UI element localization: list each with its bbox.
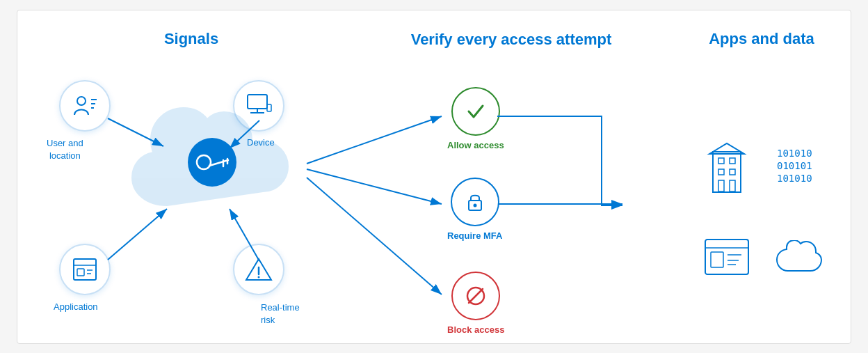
svg-point-0 [77,97,86,105]
allow-access-label: Allow access [447,140,504,150]
require-mfa-label: Require MFA [447,230,502,241]
svg-rect-31 [730,180,735,191]
svg-line-47 [307,116,442,164]
svg-text:101010: 101010 [777,148,812,159]
block-access-circle [451,272,500,320]
user-location-label: User andlocation [47,137,83,162]
svg-rect-26 [718,158,724,164]
svg-rect-30 [718,180,724,191]
svg-text:010101: 010101 [777,160,812,171]
svg-rect-29 [730,169,735,175]
building-icon [706,141,748,200]
cloud-key [125,101,306,226]
cloud-storage-icon [775,240,824,281]
app-window-icon [702,237,751,281]
application-circle [59,244,111,295]
svg-text:101010: 101010 [777,173,812,184]
svg-rect-38 [711,252,723,267]
block-access-label: Block access [447,324,504,335]
svg-rect-25 [713,152,741,192]
require-mfa-item: Require MFA [447,178,502,241]
svg-point-22 [473,203,476,207]
svg-line-24 [469,289,483,303]
data-bits-icon: 101010 010101 101010 [775,141,824,200]
title-apps: Apps and data [685,30,838,48]
require-mfa-circle [451,178,499,226]
allow-access-item: Allow access [447,87,504,150]
svg-rect-10 [77,269,84,276]
svg-point-16 [188,138,236,187]
user-location-circle [59,80,111,132]
title-verify: Verify every access attempt [407,30,616,50]
svg-rect-28 [718,169,724,175]
application-label: Application [54,301,98,312]
svg-line-48 [307,169,442,204]
allow-access-circle [451,87,500,136]
realtime-risk-circle [233,244,284,295]
svg-rect-36 [705,240,748,274]
svg-line-49 [307,178,442,295]
realtime-risk-label: Real-timerisk [261,301,300,327]
svg-point-15 [258,276,260,278]
block-access-item: Block access [447,272,504,335]
diagram-container: Signals Verify every access attempt Apps… [17,10,851,344]
title-signals: Signals [101,30,282,48]
svg-rect-27 [730,158,735,164]
